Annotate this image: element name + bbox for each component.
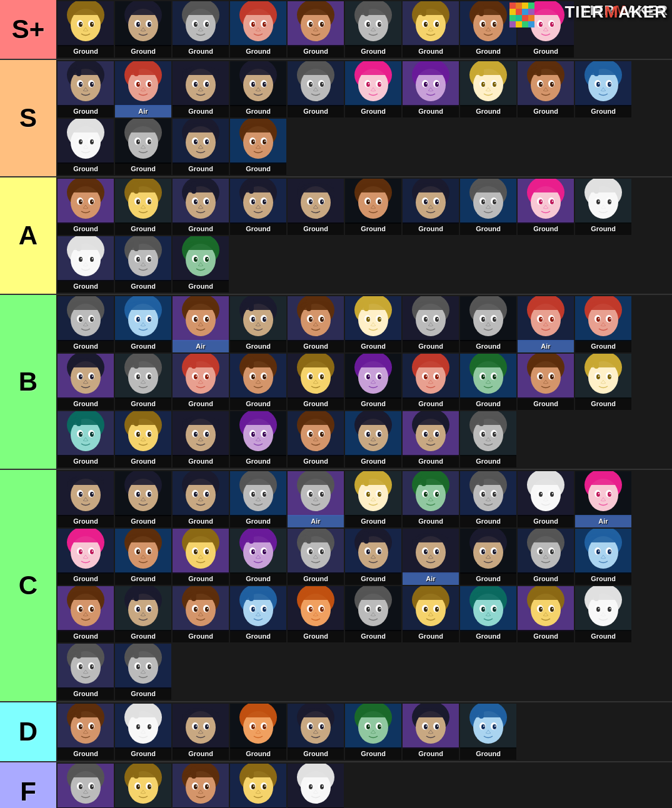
char-card[interactable]: Ground [115,471,171,527]
char-card[interactable]: Ground [230,586,286,642]
char-card[interactable]: Ground [288,61,344,117]
char-card[interactable]: Ground [403,704,459,760]
char-card[interactable]: Ground [173,529,229,585]
char-card[interactable]: Ground [518,354,574,410]
char-card[interactable]: Ground [115,704,171,760]
char-card[interactable]: Air [288,471,344,527]
char-card[interactable]: Ground [460,529,516,585]
char-card[interactable]: Ground [460,471,516,527]
char-card[interactable]: Ground [230,1,286,57]
char-card[interactable]: Ground [115,529,171,585]
char-card[interactable]: Ground [403,354,459,410]
char-card[interactable]: Ground [58,119,114,175]
char-card[interactable]: Ground [460,586,516,642]
char-card[interactable]: Ground [230,529,286,585]
char-card[interactable]: Ground [345,1,401,57]
char-card[interactable]: Ground [173,179,229,235]
char-card[interactable]: Ground [173,1,229,57]
char-card[interactable]: Ground [345,296,401,352]
char-card[interactable]: Ground [173,236,229,292]
char-card[interactable]: Ground [230,764,286,808]
char-card[interactable]: Ground [173,471,229,527]
char-card[interactable]: Ground [403,61,459,117]
char-card[interactable]: Ground [115,586,171,642]
char-card[interactable]: Ground [230,704,286,760]
char-card[interactable]: Ground [460,179,516,235]
char-card[interactable]: Ground [345,529,401,585]
char-card[interactable]: Ground [288,354,344,410]
char-card[interactable]: Ground [575,529,631,585]
char-card[interactable]: Ground [345,179,401,235]
char-card[interactable]: Ground [518,471,574,527]
char-card[interactable]: Ground [460,704,516,760]
char-card[interactable]: Ground [58,764,114,808]
char-card[interactable]: Ground [58,529,114,585]
char-card[interactable]: Air [575,471,631,527]
char-card[interactable]: Air [518,296,574,352]
char-card[interactable]: Ground [173,119,229,175]
char-card[interactable]: Ground [58,354,114,410]
char-card[interactable]: Ground [173,586,229,642]
char-card[interactable]: Ground [403,411,459,467]
char-card[interactable]: Ground [58,179,114,235]
char-card[interactable]: Ground [288,1,344,57]
char-card[interactable]: Ground [575,296,631,352]
char-card[interactable]: Ground [288,296,344,352]
char-card[interactable]: Ground [58,644,114,700]
char-card[interactable]: Ground [518,61,574,117]
char-card[interactable]: Ground [460,1,516,57]
char-card[interactable]: Ground [173,411,229,467]
char-card[interactable]: Ground [58,61,114,117]
char-card[interactable]: Ground [288,764,344,808]
char-card[interactable]: Ground [345,704,401,760]
char-card[interactable]: Ground [173,61,229,117]
char-card[interactable]: Ground [230,119,286,175]
char-card[interactable]: Ground [173,704,229,760]
char-card[interactable]: Ground [518,529,574,585]
char-card[interactable]: Ground [518,586,574,642]
char-card[interactable]: Ground [115,644,171,700]
char-card[interactable]: Ground [345,471,401,527]
char-card[interactable]: Air [115,61,171,117]
char-card[interactable]: Ground [403,179,459,235]
char-card[interactable]: Ground [288,529,344,585]
char-card[interactable]: Ground [403,471,459,527]
char-card[interactable]: Ground [345,61,401,117]
char-card[interactable]: Ground [575,61,631,117]
char-card[interactable]: Ground [115,1,171,57]
char-card[interactable]: Ground [345,354,401,410]
char-card[interactable]: Ground [345,586,401,642]
char-card[interactable]: Ground [403,296,459,352]
char-card[interactable]: Ground [115,236,171,292]
char-card[interactable]: Ground [115,296,171,352]
char-card[interactable]: Ground [230,296,286,352]
char-card[interactable]: Ground [460,354,516,410]
char-card[interactable]: Ground [58,296,114,352]
char-card[interactable]: Ground [230,354,286,410]
char-card[interactable]: Ground [403,1,459,57]
char-card[interactable]: Ground [58,236,114,292]
char-card[interactable]: Ground [575,586,631,642]
char-card[interactable]: Ground [173,764,229,808]
char-card[interactable]: Air [403,529,459,585]
char-card[interactable]: Ground [288,586,344,642]
char-card[interactable]: Ground [460,61,516,117]
char-card[interactable]: Ground [58,1,114,57]
char-card[interactable]: Ground [288,704,344,760]
char-card[interactable]: Ground [58,704,114,760]
char-card[interactable]: Ground [230,179,286,235]
char-card[interactable]: Ground [115,764,171,808]
char-card[interactable]: Ground [345,411,401,467]
char-card[interactable]: Ground [518,179,574,235]
char-card[interactable]: Ground [288,411,344,467]
char-card[interactable]: Ground [575,179,631,235]
char-card[interactable]: Ground [230,411,286,467]
char-card[interactable]: Ground [115,411,171,467]
char-card[interactable]: Ground [230,61,286,117]
char-card[interactable]: Ground [230,471,286,527]
char-card[interactable]: Ground [575,354,631,410]
char-card[interactable]: Ground [58,411,114,467]
char-card[interactable]: Ground [288,179,344,235]
char-card[interactable]: Ground [173,354,229,410]
char-card[interactable]: Ground [460,296,516,352]
